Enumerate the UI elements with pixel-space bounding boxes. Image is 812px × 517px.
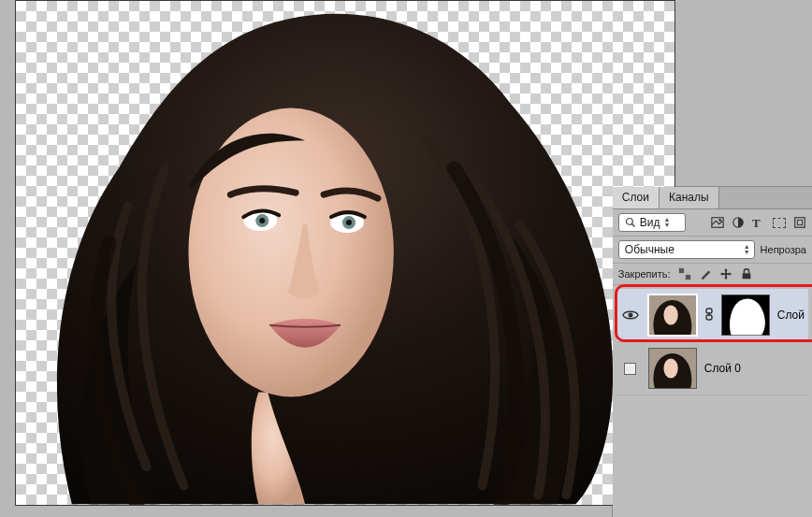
tab-layers[interactable]: Слои xyxy=(613,187,660,208)
svg-rect-15 xyxy=(685,268,689,273)
filter-kind-label: Вид xyxy=(640,216,660,229)
filter-smart-icon[interactable] xyxy=(793,216,806,229)
layer-name[interactable]: Слой 0 xyxy=(704,362,741,375)
filter-adjust-icon[interactable] xyxy=(732,216,745,229)
filter-type-icon[interactable]: T xyxy=(752,216,765,229)
combo-arrows-icon: ▲▼ xyxy=(744,244,750,255)
visibility-empty-icon[interactable] xyxy=(624,363,636,375)
search-icon xyxy=(625,217,636,228)
lock-row: Закрепить: xyxy=(613,264,812,285)
blend-row: Обычные ▲▼ Непрозра xyxy=(613,237,812,264)
canvas-area[interactable] xyxy=(0,0,613,517)
visibility-eye-icon[interactable] xyxy=(622,309,639,321)
svg-rect-16 xyxy=(678,275,683,280)
filter-image-icon[interactable] xyxy=(711,216,724,229)
svg-rect-12 xyxy=(795,218,805,228)
svg-point-28 xyxy=(663,359,677,379)
filter-type-icons: T xyxy=(711,216,806,229)
lock-move-icon[interactable] xyxy=(719,267,732,280)
svg-point-5 xyxy=(259,218,265,223)
layer-thumbnail[interactable] xyxy=(648,348,697,389)
svg-point-19 xyxy=(628,313,632,318)
layers-panel: Слои Каналы Вид ▲▼ T Обычные xyxy=(613,187,812,517)
svg-point-7 xyxy=(626,219,632,225)
svg-point-6 xyxy=(346,220,352,225)
svg-rect-13 xyxy=(797,220,802,224)
panel-tabs: Слои Каналы xyxy=(613,187,812,209)
lock-brush-icon[interactable] xyxy=(699,267,712,280)
lock-pixels-icon[interactable] xyxy=(678,267,691,280)
filter-kind-combo[interactable]: Вид ▲▼ xyxy=(618,213,686,232)
lock-label: Закрепить: xyxy=(618,268,671,280)
layer-name[interactable]: Слой xyxy=(777,309,805,322)
svg-line-8 xyxy=(631,224,634,227)
filter-shape-icon[interactable] xyxy=(773,218,786,228)
subject-image xyxy=(16,1,674,505)
combo-arrows-icon: ▲▼ xyxy=(664,217,671,228)
document-canvas[interactable] xyxy=(15,0,675,506)
svg-rect-17 xyxy=(685,275,689,280)
mask-link-icon[interactable] xyxy=(704,308,714,323)
opacity-label: Непрозра xyxy=(761,244,806,255)
svg-rect-18 xyxy=(742,273,750,279)
layer-thumbnail[interactable] xyxy=(648,294,697,336)
blend-mode-combo[interactable]: Обычные ▲▼ xyxy=(618,240,755,259)
layer-list: Слой Слой 0 xyxy=(613,285,812,401)
lock-all-icon[interactable] xyxy=(740,267,753,280)
layer-item-1[interactable]: Слой xyxy=(616,289,808,342)
svg-rect-14 xyxy=(678,268,683,273)
layer-mask-thumbnail[interactable] xyxy=(721,294,770,336)
tab-channels[interactable]: Каналы xyxy=(660,187,719,208)
blend-mode-label: Обычные xyxy=(625,243,674,256)
svg-point-10 xyxy=(718,219,721,222)
svg-point-22 xyxy=(663,306,677,325)
filter-row: Вид ▲▼ T xyxy=(613,209,812,237)
layer-item-0[interactable]: Слой 0 xyxy=(616,342,808,395)
